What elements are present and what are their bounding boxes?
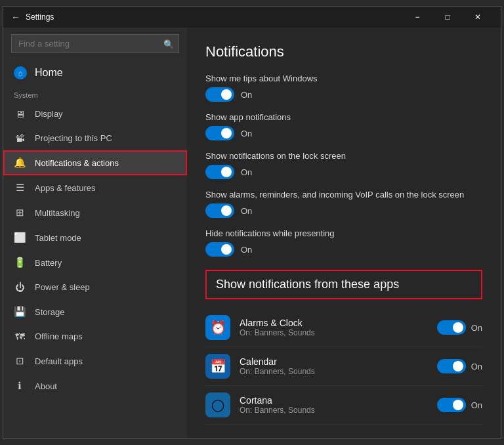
offline-maps-label: Offline maps: [35, 331, 83, 341]
sidebar-item-apps-features[interactable]: ☰ Apps & features: [3, 175, 187, 200]
lock-screen-label: Show notifications on the lock screen: [205, 151, 482, 161]
alarms-label: Show alarms, reminders, and incoming VoI…: [205, 190, 482, 200]
maps-icon: 🗺: [14, 331, 26, 342]
apps-icon: ☰: [14, 182, 26, 194]
lock-screen-toggle[interactable]: [205, 165, 234, 179]
display-icon: 🖥: [14, 108, 26, 119]
sidebar-item-default-apps[interactable]: ⊡ Default apps: [3, 349, 187, 373]
calendar-sub: On: Banners, Sounds: [240, 367, 437, 376]
display-label: Display: [35, 109, 63, 119]
toggle-row-app-notifs: Show app notifications On: [205, 112, 482, 140]
main-content: Notifications Show me tips about Windows…: [187, 28, 501, 438]
lock-screen-toggle-text: On: [241, 167, 252, 177]
tips-label: Show me tips about Windows: [205, 74, 482, 83]
sidebar-item-storage[interactable]: 💾 Storage: [3, 299, 187, 324]
battery-label: Battery: [35, 258, 62, 268]
notifications-label: Notifications & actions: [35, 158, 119, 168]
projecting-icon: 📽: [14, 133, 26, 144]
home-icon: ⌂: [14, 66, 27, 79]
calendar-name: Calendar: [240, 356, 437, 367]
storage-label: Storage: [35, 307, 65, 317]
presenting-label: Hide notifications while presenting: [205, 228, 482, 238]
calendar-toggle-text: On: [471, 362, 482, 371]
calendar-info: Calendar On: Banners, Sounds: [240, 356, 437, 376]
home-label: Home: [35, 67, 63, 79]
sidebar-item-about[interactable]: ℹ About: [3, 373, 187, 398]
default-apps-label: Default apps: [35, 356, 83, 366]
power-label: Power & sleep: [35, 282, 90, 292]
cortana-toggle-wrap: On: [437, 398, 482, 412]
about-icon: ℹ: [14, 380, 26, 392]
sidebar-item-projecting[interactable]: 📽 Projecting to this PC: [3, 126, 187, 150]
app-row-alarms-clock: ⏰ Alarms & Clock On: Banners, Sounds On: [205, 308, 482, 347]
sidebar: 🔍 ⌂ Home System 🖥 Display 📽 Projecting t…: [3, 28, 187, 438]
app-notifs-toggle[interactable]: [205, 126, 234, 140]
alarms-clock-toggle[interactable]: [437, 320, 466, 335]
alarms-toggle[interactable]: [205, 203, 234, 218]
titlebar-controls: − □ ✕: [402, 7, 493, 28]
presenting-toggle-wrap: On: [205, 242, 482, 257]
alarms-clock-info: Alarms & Clock On: Banners, Sounds: [240, 318, 437, 337]
tips-toggle-wrap: On: [205, 87, 482, 102]
close-button[interactable]: ✕: [463, 7, 493, 28]
search-input[interactable]: [11, 34, 179, 53]
app-row-cortana: ◯ Cortana On: Banners, Sounds On: [205, 386, 482, 425]
tablet-icon: ⬜: [14, 232, 26, 244]
alarms-toggle-wrap: On: [205, 203, 482, 218]
app-row-calendar: 📅 Calendar On: Banners, Sounds On: [205, 347, 482, 386]
back-icon[interactable]: ←: [11, 12, 20, 22]
app-notifs-toggle-wrap: On: [205, 126, 482, 140]
default-apps-icon: ⊡: [14, 355, 26, 367]
cortana-icon: ◯: [205, 392, 230, 417]
projecting-label: Projecting to this PC: [35, 133, 112, 143]
cortana-toggle-text: On: [471, 400, 482, 410]
presenting-toggle[interactable]: [205, 242, 234, 257]
toggle-row-lock-screen: Show notifications on the lock screen On: [205, 151, 482, 179]
calendar-icon: 📅: [205, 354, 230, 379]
titlebar-left: ← Settings: [11, 12, 54, 22]
alarms-clock-toggle-text: On: [471, 323, 482, 333]
calendar-toggle[interactable]: [437, 359, 466, 373]
home-item[interactable]: ⌂ Home: [3, 60, 187, 86]
multitasking-icon: ⊞: [14, 207, 26, 219]
notifications-icon: 🔔: [14, 157, 26, 169]
about-label: About: [35, 381, 57, 391]
sidebar-item-offline-maps[interactable]: 🗺 Offline maps: [3, 324, 187, 349]
search-box[interactable]: 🔍: [11, 34, 179, 53]
cortana-sub: On: Banners, Sounds: [240, 406, 437, 415]
alarms-clock-name: Alarms & Clock: [240, 318, 437, 328]
content-area: 🔍 ⌂ Home System 🖥 Display 📽 Projecting t…: [3, 28, 501, 438]
minimize-button[interactable]: −: [402, 7, 432, 28]
app-notifs-toggle-text: On: [241, 129, 252, 138]
tips-toggle[interactable]: [205, 87, 234, 102]
storage-icon: 💾: [14, 306, 26, 318]
sidebar-item-display[interactable]: 🖥 Display: [3, 102, 187, 126]
sidebar-item-multitasking[interactable]: ⊞ Multitasking: [3, 200, 187, 225]
settings-window: ← Settings − □ ✕ 🔍 ⌂ Home System 🖥 Displ…: [3, 6, 501, 439]
alarms-clock-icon: ⏰: [205, 315, 230, 340]
toggle-row-alarms: Show alarms, reminders, and incoming VoI…: [205, 190, 482, 218]
multitasking-label: Multitasking: [35, 208, 80, 218]
tablet-label: Tablet mode: [35, 233, 81, 243]
sidebar-item-notifications[interactable]: 🔔 Notifications & actions: [3, 150, 187, 175]
alarms-clock-sub: On: Banners, Sounds: [240, 328, 437, 337]
presenting-toggle-text: On: [241, 245, 252, 255]
system-section-label: System: [3, 86, 187, 102]
maximize-button[interactable]: □: [432, 7, 463, 28]
cortana-name: Cortana: [240, 395, 437, 406]
cortana-toggle[interactable]: [437, 398, 466, 412]
toggle-row-presenting: Hide notifications while presenting On: [205, 228, 482, 257]
toggle-row-tips: Show me tips about Windows On: [205, 74, 482, 102]
alarms-toggle-text: On: [241, 206, 252, 216]
app-notifs-label: Show app notifications: [205, 112, 482, 122]
power-icon: ⏻: [14, 282, 26, 293]
search-icon: 🔍: [163, 39, 174, 49]
sidebar-item-battery[interactable]: 🔋 Battery: [3, 250, 187, 275]
titlebar-title: Settings: [26, 12, 54, 22]
sidebar-item-tablet[interactable]: ⬜ Tablet mode: [3, 225, 187, 250]
sidebar-item-power[interactable]: ⏻ Power & sleep: [3, 275, 187, 299]
tips-toggle-text: On: [241, 90, 252, 100]
apps-features-label: Apps & features: [35, 183, 96, 193]
lock-screen-toggle-wrap: On: [205, 165, 482, 179]
calendar-toggle-wrap: On: [437, 359, 482, 373]
